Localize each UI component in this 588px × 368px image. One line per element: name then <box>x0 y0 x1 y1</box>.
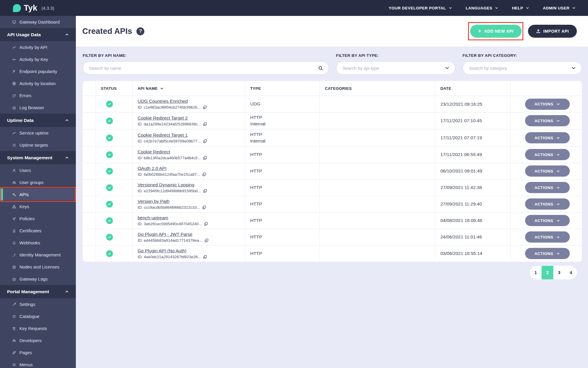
column-header-api-name[interactable]: API NAME <box>133 81 245 96</box>
chevron-down-icon <box>556 235 560 239</box>
actions-button[interactable]: ACTIONS <box>525 115 570 126</box>
chevron-down-icon <box>556 202 560 206</box>
sidebar-item-service-uptime[interactable]: Service uptime <box>0 127 76 139</box>
chevron-down-icon <box>556 153 560 157</box>
api-name-link[interactable]: Cookie Redirect <box>138 149 170 155</box>
api-name-link[interactable]: Cookie Redirect Target 1 <box>138 132 188 138</box>
import-api-button[interactable]: IMPORT API <box>528 25 577 38</box>
sidebar-item-errors[interactable]: Errors <box>0 89 76 102</box>
pagination-page-3[interactable]: 3 <box>553 266 565 279</box>
sidebar-item-activity-by-api[interactable]: Activity by API <box>0 41 76 53</box>
api-id: ID: 3eb291ec5985490c497045240... <box>138 222 242 226</box>
copy-icon[interactable] <box>203 189 207 193</box>
copy-icon[interactable] <box>204 238 209 243</box>
sidebar-item-webhooks[interactable]: Webhooks <box>0 237 76 249</box>
api-name-link[interactable]: Go Plugin API - JWT Parse <box>138 232 193 237</box>
copy-icon[interactable] <box>204 222 208 226</box>
api-name-link[interactable]: Cookie Redirect Target 2 <box>138 115 188 121</box>
certificate-icon <box>12 228 16 233</box>
sidebar-item-users[interactable]: Users <box>0 164 76 176</box>
actions-button[interactable]: ACTIONS <box>525 248 570 259</box>
people-icon <box>12 338 16 343</box>
chevron-down-icon <box>556 102 560 106</box>
sidebar-item-policies[interactable]: Policies <box>0 213 76 225</box>
copy-icon[interactable] <box>203 105 207 110</box>
sidebar-item-menus[interactable]: Menus <box>0 359 76 368</box>
copy-icon[interactable] <box>203 122 207 126</box>
sidebar-item-pages[interactable]: Pages <box>0 347 76 359</box>
sidebar-item-uptime-targets[interactable]: Uptime targets <box>0 139 76 151</box>
sidebar-item-nodes-and-licenses[interactable]: Nodes and Licenses <box>0 261 76 273</box>
categories-cell <box>320 146 435 163</box>
help-icon[interactable]: ? <box>136 27 144 35</box>
top-nav-help[interactable]: HELP <box>512 6 529 10</box>
bell-icon <box>12 241 16 245</box>
actions-button[interactable]: ACTIONS <box>525 149 570 160</box>
top-nav-admin-user[interactable]: ADMIN USER <box>543 6 576 10</box>
sidebar-item-identity-management[interactable]: Identity Management <box>0 249 76 261</box>
type-cell: HTTPInternal <box>245 129 320 146</box>
copy-icon[interactable] <box>203 156 207 160</box>
search-icon[interactable] <box>318 66 323 71</box>
api-name-link[interactable]: OAuth 2.0 API <box>138 166 166 171</box>
api-name-link[interactable]: bench-uptream <box>138 215 168 221</box>
categories-cell <box>320 229 435 245</box>
copy-icon[interactable] <box>203 255 207 259</box>
copy-icon[interactable] <box>202 205 206 210</box>
actions-button[interactable]: ACTIONS <box>525 182 570 193</box>
status-cell <box>96 96 133 112</box>
sort-chevron-icon[interactable] <box>160 87 164 90</box>
row-spacer <box>83 212 96 229</box>
add-new-api-button[interactable]: + ADD NEW API <box>470 25 522 38</box>
table-row: OAuth 2.0 API ID: fa0b0268b4124faa70e151… <box>83 163 582 179</box>
pagination-page-2[interactable]: 2 <box>542 266 553 279</box>
chevron-down-icon <box>526 6 529 10</box>
pagination-page-4[interactable]: 4 <box>565 266 577 279</box>
sidebar-item-certificates[interactable]: Certificates <box>0 225 76 237</box>
chevron-up-icon <box>65 290 69 294</box>
sidebar-item-developers[interactable]: Developers <box>0 334 76 347</box>
actions-cell: ACTIONS <box>511 129 582 146</box>
sidebar-item-activity-by-location[interactable]: Activity by location <box>0 77 76 89</box>
actions-button[interactable]: ACTIONS <box>525 165 570 177</box>
actions-cell: ACTIONS <box>511 163 582 179</box>
sidebar-item-gateway-logs[interactable]: Gateway Logs <box>0 273 76 285</box>
api-name-link[interactable]: Version by Path <box>138 199 170 204</box>
sidebar-section-api-usage-data[interactable]: API Usage Data <box>0 28 76 41</box>
sidebar-item-activity-by-key[interactable]: Activity by Key <box>0 53 76 65</box>
sidebar-item-settings[interactable]: Settings <box>0 298 76 310</box>
api-name-link[interactable]: Versioned Dynamic Looping <box>138 182 194 188</box>
sidebar-item-gateway-dashboard[interactable]: Gateway Dashboard <box>0 16 76 28</box>
sidebar-item-apis[interactable]: APIs <box>0 188 76 200</box>
row-spacer <box>83 163 96 179</box>
sidebar-section-uptime-data[interactable]: Uptime Data <box>0 114 76 127</box>
pagination-page-1[interactable]: 1 <box>530 266 542 279</box>
actions-button[interactable]: ACTIONS <box>525 132 570 143</box>
actions-button[interactable]: ACTIONS <box>525 198 570 210</box>
sidebar-section-system-management[interactable]: System Management <box>0 151 76 164</box>
api-name-link[interactable]: Go Plugin API (No Auth) <box>138 248 186 253</box>
sidebar-item-user-groups[interactable]: User groups <box>0 176 76 188</box>
top-nav-your-developer-portal[interactable]: YOUR DEVELOPER PORTAL <box>389 6 452 10</box>
actions-button[interactable]: ACTIONS <box>525 99 570 110</box>
sidebar-item-keys[interactable]: Keys <box>0 200 76 213</box>
api-name-link[interactable]: UDG Countries Enriched <box>138 99 188 104</box>
api-category-select[interactable]: Search by category <box>462 61 582 75</box>
type-cell: HTTP <box>245 163 320 179</box>
copy-icon[interactable] <box>202 172 206 177</box>
chevron-down-icon <box>556 252 560 256</box>
sidebar-item-key-requests[interactable]: Key Requests <box>0 322 76 334</box>
actions-button[interactable]: ACTIONS <box>525 231 570 243</box>
search-by-name-input[interactable] <box>89 66 318 71</box>
actions-button[interactable]: ACTIONS <box>525 215 570 226</box>
sidebar-section-portal-management[interactable]: Portal Management <box>0 285 76 298</box>
sidebar-item-endpoint-popularity[interactable]: Endpoint popularity <box>0 65 76 77</box>
flag-icon <box>12 69 16 74</box>
top-nav-languages[interactable]: LANGUAGES <box>466 6 499 10</box>
sidebar-item-catalogue[interactable]: Catalogue <box>0 310 76 322</box>
api-type-select[interactable]: Search by api type <box>336 61 455 75</box>
table-row: Go Plugin API - JWT Parse ID: ed445bb83a… <box>83 229 582 245</box>
sidebar-item-log-browser[interactable]: Log Browser <box>0 102 76 114</box>
copy-icon[interactable] <box>203 139 207 143</box>
table-row: bench-uptream ID: 3eb291ec5985490c497045… <box>83 212 582 229</box>
